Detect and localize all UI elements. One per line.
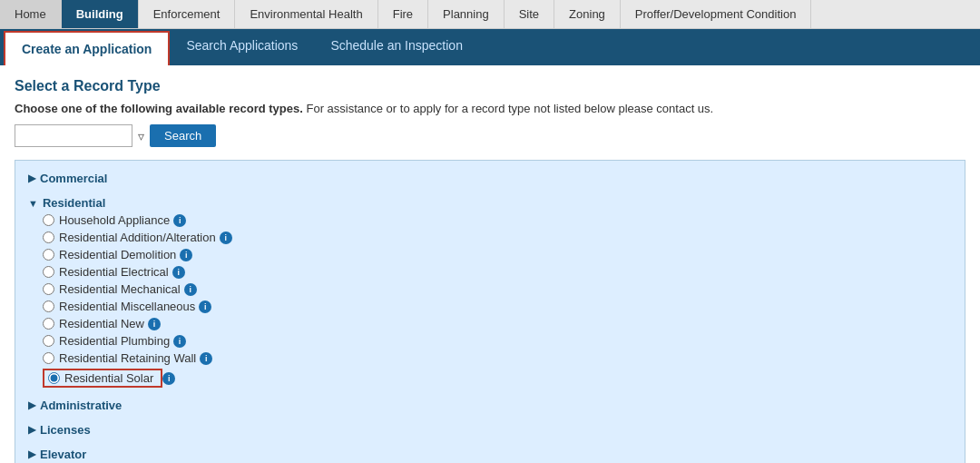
category-elevator: ▶Elevator (28, 446, 952, 463)
record-item: Residential Newi (43, 315, 952, 332)
record-item: Residential Miscellaneousi (43, 298, 952, 315)
category-name: Administrative (40, 399, 122, 412)
record-item: Residential Retaining Walli (43, 350, 952, 367)
category-header-licenses[interactable]: ▶Licenses (28, 421, 952, 438)
record-item: Residential Plumbingi (43, 332, 952, 350)
info-icon[interactable]: i (148, 318, 161, 330)
category-name: Licenses (40, 423, 91, 437)
record-type-radio[interactable] (43, 300, 54, 312)
record-items-residential: Household ApplianceiResidential Addition… (28, 212, 952, 389)
record-type-label[interactable]: Residential Miscellaneous (59, 300, 195, 313)
arrow-right-icon: ▶ (28, 172, 35, 184)
record-type-radio[interactable] (43, 214, 54, 226)
record-type-radio[interactable] (43, 318, 54, 330)
info-icon[interactable]: i (162, 372, 175, 385)
record-item: Residential Addition/Alterationi (43, 229, 952, 246)
record-type-radio[interactable] (43, 352, 54, 364)
category-header-elevator[interactable]: ▶Elevator (28, 446, 952, 463)
record-type-label[interactable]: Residential Demolition (59, 248, 176, 261)
info-icon[interactable]: i (184, 283, 197, 296)
record-type-label[interactable]: Residential New (59, 317, 144, 330)
top-nav-item-fire[interactable]: Fire (378, 0, 428, 28)
category-header-commercial[interactable]: ▶Commercial (28, 170, 952, 187)
search-row: ▿ Search (15, 124, 965, 147)
info-icon[interactable]: i (172, 266, 185, 279)
record-item: Residential Solari (43, 367, 952, 389)
selected-item-box: Residential Solar (43, 369, 162, 388)
record-type-label[interactable]: Residential Retaining Wall (59, 351, 196, 365)
record-item: Residential Mechanicali (43, 281, 952, 298)
top-nav-item-enforcement[interactable]: Enforcement (139, 0, 236, 28)
category-header-administrative[interactable]: ▶Administrative (28, 397, 952, 414)
sub-nav-item-schedule-an-inspection[interactable]: Schedule an Inspection (314, 29, 479, 65)
category-name: Elevator (40, 448, 86, 461)
record-type-label[interactable]: Residential Addition/Alteration (59, 231, 216, 244)
main-content: Select a Record Type Choose one of the f… (0, 65, 980, 463)
info-icon[interactable]: i (220, 232, 232, 244)
top-nav-item-zoning[interactable]: Zoning (554, 0, 621, 28)
category-name: Commercial (40, 172, 107, 185)
instruction-normal: For assistance or to apply for a record … (306, 102, 713, 115)
record-type-radio[interactable] (43, 335, 54, 347)
record-list: ▶Commercial▼ResidentialHousehold Applian… (15, 160, 965, 463)
category-header-residential[interactable]: ▼Residential (28, 194, 952, 212)
sub-nav-item-search-applications[interactable]: Search Applications (170, 29, 314, 65)
record-type-radio[interactable] (43, 283, 54, 295)
arrow-right-icon: ▶ (28, 399, 35, 411)
top-nav-item-site[interactable]: Site (505, 0, 554, 28)
top-nav-item-planning[interactable]: Planning (428, 0, 505, 28)
record-type-label[interactable]: Residential Mechanical (59, 282, 181, 296)
record-item: Household Appliancei (43, 212, 952, 229)
page-title: Select a Record Type (15, 78, 965, 94)
category-residential: ▼ResidentialHousehold ApplianceiResident… (28, 194, 952, 389)
category-commercial: ▶Commercial (28, 170, 952, 187)
top-nav-item-environmental-health[interactable]: Environmental Health (235, 0, 377, 28)
record-item: Residential Electricali (43, 263, 952, 281)
record-type-label[interactable]: Residential Solar (64, 371, 153, 385)
category-administrative: ▶Administrative (28, 397, 952, 414)
record-item: Residential Demolitioni (43, 246, 952, 263)
record-type-radio[interactable] (43, 249, 54, 261)
arrow-right-icon: ▶ (28, 424, 35, 436)
info-icon[interactable]: i (173, 335, 186, 348)
record-type-radio[interactable] (43, 232, 54, 243)
info-icon[interactable]: i (173, 214, 186, 227)
category-name: Residential (43, 196, 105, 210)
record-type-label[interactable]: Household Appliance (59, 213, 170, 227)
top-nav-item-home[interactable]: Home (0, 0, 62, 28)
instruction-bold: Choose one of the following available re… (15, 102, 303, 115)
record-type-radio[interactable] (43, 266, 54, 278)
record-type-label[interactable]: Residential Plumbing (59, 334, 170, 348)
info-icon[interactable]: i (200, 352, 212, 365)
top-navigation: HomeBuildingEnforcementEnvironmental Hea… (0, 0, 980, 29)
info-icon[interactable]: i (180, 249, 192, 261)
top-nav-item-proffer/development-condition[interactable]: Proffer/Development Condition (621, 0, 812, 28)
category-licenses: ▶Licenses (28, 421, 952, 438)
arrow-right-icon: ▶ (28, 448, 35, 460)
arrow-down-icon: ▼ (28, 198, 38, 209)
top-nav-item-building[interactable]: Building (62, 0, 139, 28)
instruction-text: Choose one of the following available re… (15, 102, 965, 115)
filter-icon: ▿ (138, 129, 144, 143)
record-type-label[interactable]: Residential Electrical (59, 265, 169, 279)
search-button[interactable]: Search (150, 124, 216, 147)
record-type-radio[interactable] (48, 372, 60, 384)
info-icon[interactable]: i (199, 300, 211, 313)
search-input[interactable] (15, 124, 132, 147)
sub-nav-item-create-an-application[interactable]: Create an Application (4, 31, 170, 65)
sub-navigation: Create an ApplicationSearch Applications… (0, 29, 980, 65)
